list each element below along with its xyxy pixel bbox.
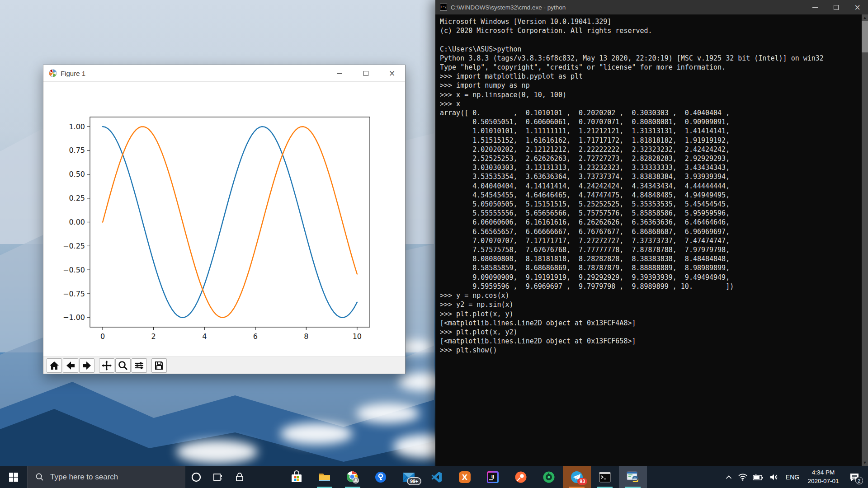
terminal-output[interactable]: Microsoft Windows [Version 10.0.19041.32… <box>440 17 857 466</box>
taskbar-task-view-button[interactable] <box>207 466 229 488</box>
file-explorer-icon <box>318 470 331 484</box>
configure-subplots-button[interactable] <box>132 358 147 373</box>
tray-wifi-button[interactable] <box>736 466 750 488</box>
cmd-prompt-icon: C:\ <box>440 4 447 11</box>
figure-minimize-button[interactable] <box>326 65 353 82</box>
lock-icon <box>234 472 245 483</box>
svg-text:−0.75: −0.75 <box>63 290 85 298</box>
search-icon <box>35 473 44 481</box>
blue-key-icon <box>374 471 387 483</box>
cmd-window-controls: × <box>804 0 868 14</box>
svg-text:10: 10 <box>353 332 362 341</box>
taskbar-app-xampp[interactable]: X <box>451 466 479 488</box>
battery-icon <box>753 474 764 480</box>
svg-text:2: 2 <box>151 332 156 341</box>
svg-text:IJ: IJ <box>491 474 495 479</box>
svg-text:0: 0 <box>100 332 105 341</box>
cortana-icon <box>191 472 202 483</box>
cmd-body: Microsoft Windows [Version 10.0.19041.32… <box>435 14 868 466</box>
zoom-button[interactable] <box>115 358 131 373</box>
taskbar-gap <box>250 466 283 488</box>
svg-text:−1.00: −1.00 <box>63 313 85 322</box>
home-button[interactable] <box>47 358 62 373</box>
tray-time: 4:34 PM <box>812 469 835 477</box>
taskbar-search-box[interactable] <box>27 466 185 488</box>
svg-text:0.00: 0.00 <box>69 218 85 226</box>
cmd-window: C:\ C:\WINDOWS\system32\cmd.exe - python… <box>435 0 868 466</box>
figure-close-button[interactable]: × <box>379 65 405 82</box>
taskbar-app-chrome[interactable] <box>339 466 367 488</box>
action-center-button[interactable]: 2 <box>844 466 865 488</box>
home-icon <box>49 360 60 371</box>
configure-subplots-icon <box>134 360 145 371</box>
tray-date: 2020-07-01 <box>807 477 839 485</box>
cmd-window-title: C:\WINDOWS\system32\cmd.exe - python <box>451 4 566 11</box>
maximize-icon <box>363 71 368 76</box>
notification-count-badge: 2 <box>855 477 863 484</box>
svg-text:6: 6 <box>253 332 258 341</box>
forward-button[interactable] <box>79 358 94 373</box>
scrollbar-down-icon[interactable]: ▼ <box>862 460 868 466</box>
postman-icon <box>514 471 527 483</box>
pan-button[interactable] <box>99 358 114 373</box>
speaker-icon <box>770 474 779 481</box>
taskbar: 99+ X IJ <box>0 466 868 488</box>
task-view-icon <box>212 472 223 483</box>
figure-titlebar[interactable]: Figure 1 × <box>43 65 405 82</box>
microsoft-store-icon <box>290 470 303 484</box>
figure-toolbar <box>43 357 405 374</box>
tray-clock[interactable]: 4:34 PM 2020-07-01 <box>802 466 844 488</box>
taskbar-spacer <box>647 466 722 488</box>
taskbar-app-postman[interactable] <box>507 466 535 488</box>
desktop: Figure 1 × 02468101.000.750.500.250.00−0… <box>0 0 868 488</box>
taskbar-app-python-figure[interactable] <box>619 466 647 488</box>
cmd-minimize-button[interactable] <box>804 0 826 14</box>
taskbar-app-telegram[interactable]: 93 <box>563 466 591 488</box>
vscode-icon <box>430 471 443 483</box>
forward-arrow-icon <box>81 360 92 371</box>
taskbar-app-microsoft-store[interactable] <box>283 466 311 488</box>
maximize-icon <box>834 5 839 10</box>
svg-text:1.00: 1.00 <box>69 122 85 131</box>
cmd-maximize-button[interactable] <box>826 0 847 14</box>
minimize-icon <box>337 73 342 74</box>
figure-maximize-button[interactable] <box>353 65 379 82</box>
taskbar-app-vscode[interactable] <box>423 466 451 488</box>
wifi-icon <box>738 474 747 481</box>
back-button[interactable] <box>63 358 78 373</box>
tray-language-button[interactable]: ENG <box>783 466 802 488</box>
cmd-titlebar[interactable]: C:\ C:\WINDOWS\system32\cmd.exe - python… <box>435 0 868 14</box>
svg-text:8: 8 <box>304 332 308 341</box>
tray-battery-button[interactable] <box>750 466 766 488</box>
cos-sin-plot: 02468101.000.750.500.250.00−0.25−0.50−0.… <box>43 82 405 357</box>
taskbar-app-android-studio[interactable] <box>535 466 563 488</box>
zoom-icon <box>118 360 128 371</box>
svg-text:4: 4 <box>202 332 207 341</box>
taskbar-cortana-button[interactable] <box>185 466 207 488</box>
start-button[interactable] <box>0 466 27 488</box>
taskbar-app-cmd[interactable] <box>591 466 619 488</box>
tray-volume-button[interactable] <box>766 466 783 488</box>
figure-canvas[interactable]: 02468101.000.750.500.250.00−0.25−0.50−0.… <box>43 82 405 357</box>
windows-start-icon <box>9 473 18 482</box>
mail-unread-badge: 99+ <box>407 477 421 486</box>
svg-text:−0.50: −0.50 <box>63 266 85 274</box>
taskbar-app-intellij-idea[interactable]: IJ <box>479 466 507 488</box>
taskbar-app-file-explorer[interactable] <box>311 466 339 488</box>
scrollbar-thumb[interactable] <box>862 21 868 52</box>
taskbar-app-mail[interactable]: 99+ <box>395 466 423 488</box>
chrome-icon <box>346 470 359 484</box>
save-button[interactable] <box>151 358 167 373</box>
terminal-scrollbar[interactable]: ▲ ▼ <box>862 14 868 466</box>
tray-chevron-up-button[interactable] <box>722 466 736 488</box>
search-input[interactable] <box>50 473 172 482</box>
save-icon <box>154 360 165 371</box>
taskbar-app-blue-key[interactable] <box>367 466 395 488</box>
taskbar-lock-app-button[interactable] <box>229 466 250 488</box>
system-tray: ENG 4:34 PM 2020-07-01 2 <box>722 466 868 488</box>
scrollbar-up-icon[interactable]: ▲ <box>862 14 868 21</box>
python-figure-icon <box>626 471 640 483</box>
cmd-close-button[interactable]: × <box>847 0 868 14</box>
matplotlib-logo-icon <box>49 69 57 77</box>
xampp-icon: X <box>458 470 472 484</box>
